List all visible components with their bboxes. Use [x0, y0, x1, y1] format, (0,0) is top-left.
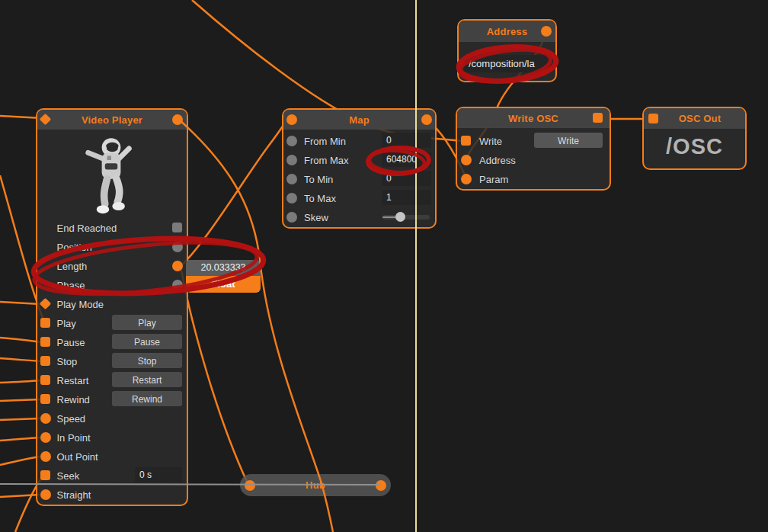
write-osc-header[interactable]: Write OSC — [457, 108, 610, 128]
wire[interactable] — [180, 119, 291, 267]
to-max-input-port-icon[interactable] — [286, 193, 297, 204]
row-length: Length — [37, 256, 187, 275]
row-from-max: From Max — [283, 150, 435, 169]
float-type-tag: Float — [186, 276, 261, 293]
row-label: From Max — [304, 154, 349, 165]
restart-input-port-icon[interactable] — [40, 375, 50, 385]
row-label: Seek — [57, 470, 80, 481]
row-label: Out Point — [57, 450, 98, 462]
astronaut-thumbnail — [77, 135, 146, 219]
restart-button[interactable]: Restart — [112, 372, 182, 387]
hub-input-port-icon[interactable] — [245, 480, 255, 491]
video-player-header[interactable]: Video Player — [37, 110, 187, 130]
skew-slider-handle[interactable] — [395, 212, 405, 222]
row-play: Play Play — [37, 313, 187, 332]
address-output-port-icon[interactable] — [541, 26, 552, 37]
play-mode-input-port-icon[interactable] — [40, 298, 52, 310]
node-address: Address — [457, 19, 557, 82]
node-title: Write OSC — [508, 113, 558, 124]
row-end-reached: End Reached — [37, 218, 187, 237]
seek-value-field[interactable] — [135, 467, 182, 482]
node-osc-out: OSC Out /OSC — [642, 107, 747, 170]
hub-output-port-icon[interactable] — [376, 480, 386, 491]
rewind-button[interactable]: Rewind — [112, 391, 182, 406]
node-title: Video Player — [82, 114, 142, 126]
straight-input-port-icon[interactable] — [40, 489, 51, 500]
node-editor-canvas[interactable]: Video Player End Reached — [0, 0, 768, 532]
from-min-field[interactable] — [382, 133, 431, 148]
osc-out-input-port-icon[interactable] — [648, 114, 658, 123]
phase-output-port-icon[interactable] — [172, 280, 183, 290]
wire[interactable] — [0, 380, 40, 383]
wire[interactable] — [0, 457, 40, 465]
rewind-input-port-icon[interactable] — [40, 394, 50, 404]
node-hub[interactable]: Hub — [240, 474, 391, 496]
map-header[interactable]: Map — [283, 110, 435, 130]
wire[interactable] — [0, 495, 40, 497]
row-straight: Straight — [37, 485, 187, 504]
osc-out-header[interactable]: OSC Out — [644, 108, 745, 129]
wire[interactable] — [0, 437, 40, 441]
row-label: From Min — [304, 135, 346, 146]
position-output-port-icon[interactable] — [172, 242, 183, 252]
wire[interactable] — [0, 358, 40, 361]
from-max-input-port-icon[interactable] — [286, 155, 297, 165]
video-player-main-output-port-icon[interactable] — [172, 114, 183, 125]
row-label: In Point — [57, 431, 91, 443]
row-label: Play — [57, 317, 76, 328]
osc-out-address-value: /OSC — [644, 134, 745, 159]
seek-input-port-icon[interactable] — [40, 470, 50, 480]
param-input-port-icon[interactable] — [461, 174, 472, 184]
address-value-field[interactable] — [464, 55, 550, 72]
row-label: Phase — [57, 279, 85, 290]
pause-button[interactable]: Pause — [112, 334, 182, 349]
length-value-tooltip: 20.033333 — [186, 260, 261, 276]
pause-input-port-icon[interactable] — [40, 337, 50, 347]
play-button[interactable]: Play — [112, 315, 182, 330]
row-param: Param — [457, 169, 610, 188]
stop-button[interactable]: Stop — [112, 353, 182, 368]
row-rewind: Rewind Rewind — [37, 389, 187, 409]
write-osc-output-port-icon[interactable] — [593, 113, 603, 123]
play-input-port-icon[interactable] — [40, 318, 50, 328]
row-label: Restart — [57, 374, 89, 386]
wire[interactable] — [0, 399, 40, 401]
to-max-field[interactable] — [382, 190, 431, 205]
wire[interactable] — [0, 418, 40, 420]
end-reached-output-port-icon[interactable] — [172, 223, 182, 232]
row-label: Play Mode — [57, 298, 104, 309]
length-output-port-icon[interactable] — [172, 261, 183, 271]
write-input-port-icon[interactable] — [461, 136, 471, 146]
video-player-main-input-port-icon[interactable] — [40, 114, 52, 126]
to-min-field[interactable] — [382, 171, 431, 186]
row-seek: Seek — [37, 466, 187, 485]
row-label: Skew — [304, 211, 328, 223]
node-title: Hub — [306, 479, 325, 491]
row-label: To Min — [304, 173, 333, 184]
wire[interactable] — [0, 338, 40, 342]
row-in-point: In Point — [37, 428, 187, 447]
row-out-point: Out Point — [37, 447, 187, 466]
out-point-input-port-icon[interactable] — [40, 451, 51, 462]
skew-input-port-icon[interactable] — [286, 212, 297, 223]
from-min-input-port-icon[interactable] — [286, 136, 297, 146]
stop-input-port-icon[interactable] — [40, 356, 50, 366]
row-label: Straight — [57, 489, 91, 500]
to-min-input-port-icon[interactable] — [286, 174, 297, 184]
map-input-port-icon[interactable] — [286, 114, 297, 125]
row-osc-address: Address — [457, 150, 610, 169]
wire[interactable] — [181, 270, 248, 483]
in-point-input-port-icon[interactable] — [40, 432, 51, 443]
wire[interactable] — [0, 302, 40, 304]
speed-input-port-icon[interactable] — [40, 413, 51, 424]
row-from-min: From Min — [283, 131, 435, 150]
row-label: Rewind — [57, 393, 90, 405]
row-play-mode: Play Mode — [37, 294, 187, 313]
address-header[interactable]: Address — [459, 21, 555, 42]
row-label: Pause — [57, 336, 85, 348]
map-output-port-icon[interactable] — [421, 114, 432, 125]
from-max-field[interactable] — [382, 152, 431, 167]
row-label: Length — [57, 260, 88, 271]
write-button[interactable]: Write — [534, 133, 603, 148]
osc-address-input-port-icon[interactable] — [461, 155, 472, 165]
